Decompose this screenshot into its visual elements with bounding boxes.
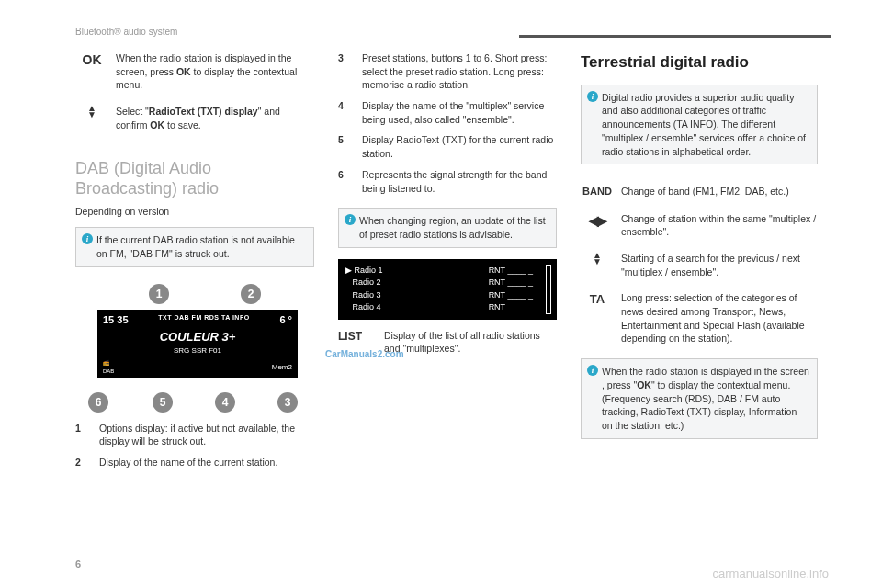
info-text: Digital radio provides a superior audio … (602, 92, 806, 157)
item-number: 1 (75, 422, 88, 448)
callout-6: 6 (88, 392, 108, 413)
item-number: 2 (75, 456, 88, 469)
item-text: Display the name of the "multiplex" serv… (362, 99, 557, 126)
info-box-digital: i Digital radio provides a superior audi… (581, 85, 818, 164)
info-icon: i (82, 233, 93, 244)
radio-rnt: RNT ____ _ RNT ____ _ RNT ____ _ RNT ___… (489, 265, 533, 314)
list-button-text: Display of the list of all radio station… (384, 329, 557, 356)
item-text: Options display: if active but not avail… (99, 422, 314, 448)
dab-bottom-row: 📻DAB Mem2 (103, 359, 292, 375)
numbered-list-1: 1 Options display: if active but not ava… (75, 422, 314, 469)
ta-row: TA Long press: selection of the categori… (581, 291, 818, 345)
list-item: 3 Preset stations, buttons 1 to 6. Short… (338, 51, 557, 92)
dab-time: 15 35 (103, 313, 129, 327)
ud-row: ▲▼ Starting of a search for the previous… (581, 252, 818, 278)
column-3: Terrestrial digital radio i Digital radi… (581, 51, 818, 477)
arrows-text: Select "RadioText (TXT) display" and con… (116, 105, 314, 131)
list-item: 4 Display the name of the "multiplex" se… (338, 99, 557, 126)
dab-mem: Mem2 (272, 362, 292, 372)
depending-text: Depending on version (75, 205, 314, 219)
ok-text: When the radio station is displayed in t… (116, 51, 314, 92)
watermark-carmanuals2: CarManuals2.com (325, 348, 404, 361)
callout-1: 1 (149, 284, 169, 304)
radio-names: ▶ Radio 1 Radio 2 Radio 3 Radio 4 (345, 265, 383, 314)
info-box-dab-fm: i If the current DAB radio station is no… (75, 227, 314, 266)
ud-text: Starting of a search for the previous / … (621, 252, 818, 278)
dab-temp: 6 ° (279, 313, 292, 327)
dab-ensemble: SRG SSR F01 (103, 345, 292, 356)
dab-top-row: 15 35 TXT DAB FM RDS TA INFO 6 ° (103, 313, 292, 327)
callout-4: 4 (215, 392, 235, 413)
item-number: 3 (338, 51, 351, 92)
numbered-list-2: 3 Preset stations, buttons 1 to 6. Short… (338, 51, 557, 195)
dab-heading: DAB (Digital Audio Broadcasting) radio (75, 159, 314, 198)
band-text: Change of band (FM1, FM2, DAB, etc.) (621, 185, 818, 198)
callout-2: 2 (241, 284, 261, 304)
band-row: BAND Change of band (FM1, FM2, DAB, etc.… (581, 185, 818, 198)
dab-song-text: ▸ Woodkid - I love you (103, 377, 292, 387)
ta-text: Long press: selection of the categories … (621, 291, 818, 345)
ok-row: OK When the radio station is displayed i… (75, 51, 314, 92)
item-text: Display of the name of the current stati… (99, 456, 277, 469)
arrows-row: ▲▼ Select "RadioText (TXT) display" and … (75, 105, 314, 131)
info-icon: i (587, 365, 598, 376)
info-text: If the current DAB radio station is not … (96, 234, 295, 259)
info-box-ok-menu: i When the radio station is displayed in… (581, 358, 818, 438)
dab-flags: TXT DAB FM RDS TA INFO (158, 313, 249, 327)
band-button-label: BAND (581, 185, 614, 198)
ta-button-label: TA (581, 291, 614, 345)
dab-station-name: COULEUR 3+ (103, 329, 292, 345)
breadcrumb: Bluetooth® audio system (75, 26, 177, 39)
watermark-carmanualsonline: carmanualsonline.info (713, 566, 829, 582)
callout-5: 5 (153, 392, 173, 413)
column-1: OK When the radio station is displayed i… (75, 51, 314, 477)
scrollbar-icon (546, 265, 551, 314)
column-2: 3 Preset stations, buttons 1 to 6. Short… (338, 51, 557, 477)
item-number: 6 (338, 168, 351, 195)
header-rule (519, 35, 831, 38)
item-number: 4 (338, 99, 351, 126)
up-down-arrows-icon: ▲▼ (581, 252, 614, 278)
list-item: 1 Options display: if active but not ava… (75, 422, 314, 448)
item-number: 5 (338, 133, 351, 160)
dab-badge-icon: 📻DAB (103, 359, 114, 375)
ok-button-label: OK (75, 51, 108, 92)
item-text: Preset stations, buttons 1 to 6. Short p… (362, 51, 557, 92)
dab-display-diagram: 1 2 15 35 TXT DAB FM RDS TA INFO 6 ° COU… (75, 284, 314, 413)
terrestrial-heading: Terrestrial digital radio (581, 51, 818, 74)
list-item: 2 Display of the name of the current sta… (75, 456, 314, 469)
info-icon: i (345, 214, 356, 225)
left-right-arrows-icon: ◀▶ (581, 212, 614, 239)
list-item: 5 Display RadioText (TXT) for the curren… (338, 133, 557, 160)
info-icon: i (587, 91, 598, 102)
radio-list-screen: ▶ Radio 1 Radio 2 Radio 3 Radio 4 RNT __… (338, 259, 557, 320)
up-down-arrows-icon: ▲▼ (75, 105, 108, 131)
info-box-region: i When changing region, an update of the… (338, 208, 557, 247)
item-text: Display RadioText (TXT) for the current … (362, 133, 557, 160)
info-text: When the radio station is displayed in t… (602, 366, 809, 431)
list-item: 6 Represents the signal strength for the… (338, 168, 557, 195)
lr-row: ◀▶ Change of station within the same "mu… (581, 212, 818, 239)
dab-screen: 15 35 TXT DAB FM RDS TA INFO 6 ° COULEUR… (97, 310, 298, 378)
callout-3: 3 (277, 392, 298, 413)
info-text: When changing region, an update of the l… (359, 215, 546, 240)
page-number: 6 (75, 558, 81, 571)
content-columns: OK When the radio station is displayed i… (75, 51, 829, 477)
lr-text: Change of station within the same "multi… (621, 212, 818, 239)
item-text: Represents the signal strength for the b… (362, 168, 557, 195)
